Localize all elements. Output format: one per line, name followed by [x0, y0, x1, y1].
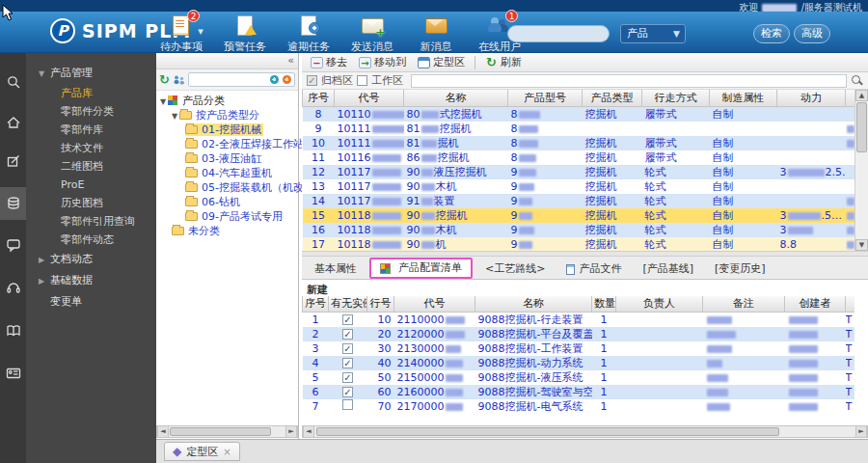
bom-row[interactable]: 11021100009088挖掘机-行走装置1T [303, 312, 855, 327]
refresh-button[interactable]: ↻刷新 [481, 55, 526, 69]
todo-items-button[interactable]: 2待办事项 [154, 14, 208, 54]
product-row[interactable]: 121011790液压挖掘机9挖掘机轮式自制32.5… [303, 165, 855, 179]
sidebar-item-ProE[interactable]: ProE [26, 176, 156, 194]
database-icon[interactable] [0, 187, 26, 220]
product-row[interactable]: 111011686挖掘机8挖掘机履带式自制 [303, 150, 855, 165]
sidebar-item-零部件引用查询[interactable]: 零部件引用查询 [26, 212, 156, 231]
scroll-left-icon[interactable]: ◄ [303, 426, 314, 437]
close-icon[interactable]: × [223, 447, 231, 457]
sidebar-item-产品库[interactable]: 产品库 [26, 84, 156, 102]
product-row[interactable]: 81011080式挖掘机8挖掘机履带式自制 [303, 106, 855, 122]
tab-基本属性[interactable]: 基本属性 [306, 259, 366, 279]
column-header-动力[interactable]: 动力 [777, 90, 846, 106]
column-header-备注[interactable]: 备注 [703, 296, 785, 312]
alert-tasks-button[interactable]: 预警任务 [218, 14, 272, 54]
headset-icon[interactable] [0, 271, 26, 304]
column-header-代号[interactable]: 代号 [335, 90, 404, 106]
overdue-tasks-button[interactable]: 逾期任务 [282, 14, 336, 54]
column-header-制造属性[interactable]: 制造属性 [710, 90, 777, 106]
send-message-button[interactable]: +发送消息 [345, 14, 399, 54]
tab-产品基线[interactable]: [产品基线] [634, 259, 702, 279]
column-header-行走方式[interactable]: 行走方式 [642, 90, 710, 106]
scroll-down-icon[interactable]: ▼ [855, 239, 868, 251]
home-icon[interactable] [0, 106, 26, 139]
sidebar-item-零部件分类[interactable]: 零部件分类 [26, 102, 156, 121]
finalize-zone-button[interactable]: 定型区 [414, 55, 469, 69]
new-button[interactable]: 新建 [307, 283, 328, 297]
search-category-select[interactable]: 产品 ▼ [620, 24, 686, 43]
sidebar-item-零部件动态[interactable]: 零部件动态 [26, 231, 156, 249]
column-header-代号[interactable]: 代号 [394, 296, 475, 312]
global-search-input[interactable] [507, 25, 610, 42]
search-button[interactable]: 检索 [753, 24, 790, 43]
tree-node-05-挖掘装载机（机改机）[interactable]: 05-挖掘装载机（机改机） [156, 180, 298, 195]
list-filter-input[interactable] [411, 74, 847, 88]
tree-node-06-钻机[interactable]: 06-钻机 [156, 195, 298, 209]
tab-产品文件[interactable]: 产品文件 [557, 259, 630, 279]
bom-row[interactable]: 66021600009088挖掘机-驾驶室与空调…1T [303, 385, 855, 399]
main-horizontal-scrollbar[interactable]: ◄ ► [302, 425, 868, 438]
tree-node-01-挖掘机械[interactable]: 01-挖掘机械 [156, 123, 298, 137]
tree-node-03-液压油缸[interactable]: 03-液压油缸 [156, 151, 298, 166]
remove-button[interactable]: −移去 [307, 55, 351, 69]
sidebar-group-基础数据[interactable]: ▶基础数据 [26, 270, 156, 291]
locate-icon[interactable] [270, 75, 279, 84]
sipm-search-icon[interactable] [0, 66, 26, 98]
book-icon[interactable] [0, 314, 26, 347]
column-header-序号[interactable]: 序号 [303, 296, 329, 312]
column-header-行号[interactable]: 行号 [367, 296, 394, 312]
scrollbar-thumb[interactable] [856, 102, 867, 152]
instance-checkbox[interactable] [342, 314, 353, 325]
sidebar-item-二维图档[interactable]: 二维图档 [26, 157, 156, 176]
sidebar-item-技术文件[interactable]: 技术文件 [26, 139, 156, 157]
edit-icon[interactable] [0, 145, 26, 177]
column-header-负责人[interactable]: 负责人 [616, 296, 703, 312]
column-header-创建者[interactable]: 创建者 [785, 296, 846, 312]
product-row[interactable]: 101011181掘机8挖掘机履带式自制 [303, 136, 855, 150]
scroll-left-icon[interactable]: ◄ [157, 426, 169, 437]
product-row[interactable]: 161011890木机9挖掘机轮式自制3 [303, 223, 855, 237]
tab-工艺路线[interactable]: <工艺路线> [476, 259, 554, 279]
org-users-icon[interactable] [173, 74, 185, 86]
bom-row[interactable]: 77021700009088挖掘机-电气系统1T [303, 399, 855, 414]
instance-checkbox[interactable] [342, 387, 353, 397]
tab-产品配置清单[interactable]: 产品配置清单 [369, 258, 473, 279]
column-header-名称[interactable]: 名称 [404, 90, 508, 106]
scroll-right-icon[interactable]: ► [285, 426, 297, 437]
bom-row[interactable]: 22021200009088挖掘机-平台及覆盖件1T [303, 327, 855, 341]
tree-node-02-全液压焊接工作站[interactable]: 02-全液压焊接工作站 [156, 137, 298, 151]
product-row[interactable]: 171011890机9挖掘机轮式自制8.8 [303, 237, 855, 252]
sidebar-item-历史图档[interactable]: 历史图档 [26, 194, 156, 212]
column-header-有无实例[interactable]: 有无实例 [329, 296, 367, 312]
product-row[interactable]: 151011890挖掘机9挖掘机轮式自制3.5… [303, 208, 855, 223]
scrollbar-thumb[interactable] [316, 427, 779, 436]
column-header-数量[interactable]: 数量 [592, 296, 616, 312]
tree-filter-input[interactable] [188, 72, 295, 87]
column-header-产品型号[interactable]: 产品型号 [508, 90, 583, 106]
bom-row[interactable]: 55021500009088挖掘机-液压系统1T [303, 370, 855, 385]
sidebar-group-文档动态[interactable]: ▶文档动态 [26, 249, 156, 270]
tab-变更历史[interactable]: [变更历史] [706, 259, 774, 279]
product-row[interactable]: 91011181挖掘机8 [303, 122, 855, 136]
tree-horizontal-scrollbar[interactable]: ◄ ► [156, 425, 298, 438]
product-row[interactable]: 131011790木机9挖掘机轮式自制 [303, 179, 855, 194]
id-card-icon[interactable] [0, 357, 26, 390]
scroll-up-icon[interactable]: ▲ [855, 90, 868, 101]
product-row[interactable]: 141011791装置9挖掘机轮式自制 [303, 194, 855, 208]
instance-checkbox[interactable] [342, 343, 353, 354]
collapse-panel-icon[interactable]: « [287, 54, 294, 67]
advanced-search-button[interactable]: 高级 [794, 24, 830, 43]
column-header-名称[interactable]: 名称 [475, 296, 592, 312]
scrollbar-thumb[interactable] [170, 427, 271, 436]
new-message-button[interactable]: 新消息 [409, 14, 463, 54]
sidebar-group-产品管理[interactable]: ▼产品管理 [26, 63, 156, 84]
workspace-checkbox[interactable] [357, 75, 367, 86]
tree-node-未分类[interactable]: 未分类 [156, 224, 298, 238]
tree-node-09-产品考试专用[interactable]: 09-产品考试专用 [156, 209, 298, 224]
scroll-right-icon[interactable]: ► [855, 426, 867, 437]
chat-icon[interactable] [0, 229, 26, 261]
refresh-icon[interactable]: ↻ [159, 72, 170, 87]
column-header-序号[interactable]: 序号 [303, 90, 335, 106]
move-to-button[interactable]: →移动到 [355, 55, 410, 69]
clear-filter-icon[interactable] [283, 75, 291, 84]
